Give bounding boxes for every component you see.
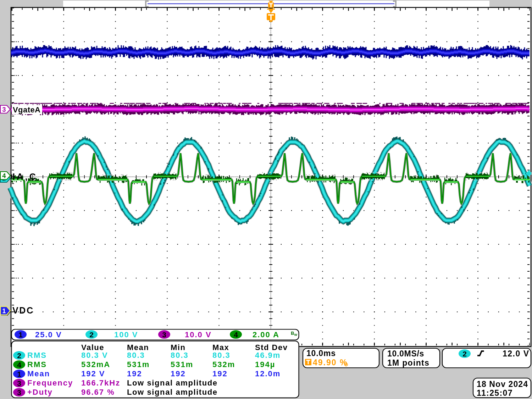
svg-text:46.9m: 46.9m <box>255 351 281 360</box>
svg-text:1: 1 <box>17 370 21 378</box>
svg-text:12.0 V: 12.0 V <box>503 349 530 358</box>
svg-text:2.00 A: 2.00 A <box>253 330 279 339</box>
svg-text:4: 4 <box>234 331 238 339</box>
svg-text:VgateA: VgateA <box>13 105 40 114</box>
svg-text:10.0ms: 10.0ms <box>306 349 336 358</box>
svg-text:VDC: VDC <box>12 305 33 315</box>
svg-text:49.90 %: 49.90 % <box>313 358 348 367</box>
svg-text:Low signal amplitude: Low signal amplitude <box>127 388 218 397</box>
svg-text:2: 2 <box>17 351 21 360</box>
svg-text:3: 3 <box>2 106 6 113</box>
svg-text:532mA: 532mA <box>81 360 110 369</box>
svg-text:3: 3 <box>17 379 21 387</box>
svg-text:2: 2 <box>89 331 94 339</box>
svg-text:80.3: 80.3 <box>171 351 189 360</box>
svg-text:3: 3 <box>17 388 21 397</box>
svg-text:RMS: RMS <box>27 360 47 369</box>
svg-text:11:25:07: 11:25:07 <box>477 388 513 398</box>
svg-text:10.0 V: 10.0 V <box>185 330 212 339</box>
svg-text:12.0m: 12.0m <box>255 369 281 378</box>
svg-text:3: 3 <box>162 331 166 339</box>
svg-text:531m: 531m <box>127 360 150 369</box>
svg-text:192: 192 <box>127 369 142 378</box>
svg-text:Frequency: Frequency <box>27 378 73 387</box>
svg-text:10.0MS/s: 10.0MS/s <box>387 349 424 358</box>
svg-text:4: 4 <box>2 172 6 179</box>
svg-text:100 V: 100 V <box>114 330 138 339</box>
svg-text:531m: 531m <box>171 360 193 369</box>
svg-text:4: 4 <box>17 361 21 369</box>
svg-text:96.67 %: 96.67 % <box>81 388 115 397</box>
svg-text:166.7kHz: 166.7kHz <box>81 378 120 387</box>
svg-text:Low signal amplitude: Low signal amplitude <box>127 378 218 387</box>
svg-text:+Duty: +Duty <box>27 388 53 397</box>
svg-text:2: 2 <box>462 350 467 358</box>
svg-text:RMS: RMS <box>27 351 47 360</box>
svg-text:192: 192 <box>212 369 228 378</box>
svg-text:25.0 V: 25.0 V <box>35 330 62 339</box>
svg-text:192: 192 <box>171 369 186 378</box>
svg-text:1: 1 <box>18 331 23 339</box>
svg-text:Mean: Mean <box>27 369 50 378</box>
svg-text:1: 1 <box>2 307 6 315</box>
svg-text:18 Nov 2024: 18 Nov 2024 <box>477 379 528 389</box>
svg-text:194µ: 194µ <box>255 360 275 369</box>
svg-text:1M points: 1M points <box>387 358 430 367</box>
svg-text:80.3: 80.3 <box>127 351 145 360</box>
svg-text:192 V: 192 V <box>81 369 105 378</box>
svg-text:80.3: 80.3 <box>212 351 231 360</box>
svg-text:532m: 532m <box>212 360 235 369</box>
svg-text:80.3 V: 80.3 V <box>81 351 108 360</box>
